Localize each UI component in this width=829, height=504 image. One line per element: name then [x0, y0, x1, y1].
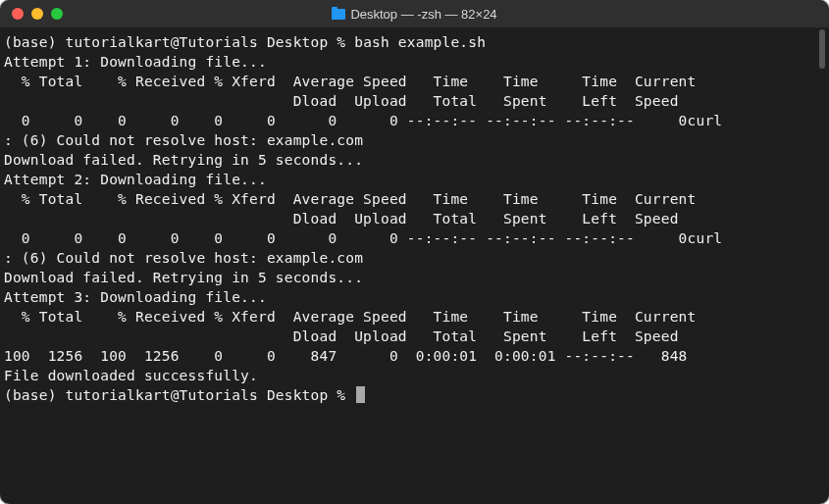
scrollbar-thumb[interactable] [819, 29, 825, 69]
titlebar: Desktop — -zsh — 82×24 [0, 0, 829, 27]
output-line: Attempt 2: Downloading file... [4, 172, 267, 187]
output-line: 0 0 0 0 0 0 0 0 --:--:-- --:--:-- --:--:… [4, 113, 722, 128]
output-line: Attempt 3: Downloading file... [4, 289, 267, 305]
output-line: Download failed. Retrying in 5 seconds..… [4, 152, 363, 168]
output-line: % Total % Received % Xferd Average Speed… [4, 191, 696, 207]
zoom-icon[interactable] [51, 8, 63, 20]
output-line: % Total % Received % Xferd Average Speed… [4, 309, 696, 325]
output-line: Attempt 1: Downloading file... [4, 54, 267, 70]
close-icon[interactable] [12, 8, 24, 20]
output-line: Dload Upload Total Spent Left Speed [4, 328, 679, 344]
output-line: Dload Upload Total Spent Left Speed [4, 93, 679, 109]
output-line: 100 1256 100 1256 0 0 847 0 0:00:01 0:00… [4, 348, 688, 364]
output-line: : (6) Could not resolve host: example.co… [4, 132, 363, 148]
prompt: (base) tutorialkart@Tutorials Desktop % [4, 387, 354, 403]
output-line: Download failed. Retrying in 5 seconds..… [4, 270, 363, 285]
folder-icon [332, 9, 345, 20]
prompt: (base) tutorialkart@Tutorials Desktop % [4, 34, 354, 50]
terminal-output[interactable]: (base) tutorialkart@Tutorials Desktop % … [0, 27, 829, 410]
cursor [356, 386, 365, 403]
window-controls [0, 8, 63, 20]
terminal-window: Desktop — -zsh — 82×24 (base) tutorialka… [0, 0, 829, 504]
output-line: File downloaded successfully. [4, 368, 258, 383]
output-line: 0 0 0 0 0 0 0 0 --:--:-- --:--:-- --:--:… [4, 230, 722, 246]
command-text: bash example.sh [354, 34, 486, 50]
output-line: % Total % Received % Xferd Average Speed… [4, 74, 696, 89]
window-title: Desktop — -zsh — 82×24 [0, 7, 829, 22]
minimize-icon[interactable] [31, 8, 43, 20]
output-line: Dload Upload Total Spent Left Speed [4, 211, 679, 227]
output-line: : (6) Could not resolve host: example.co… [4, 250, 363, 266]
scrollbar[interactable] [817, 29, 827, 500]
title-text: Desktop — -zsh — 82×24 [350, 7, 496, 22]
